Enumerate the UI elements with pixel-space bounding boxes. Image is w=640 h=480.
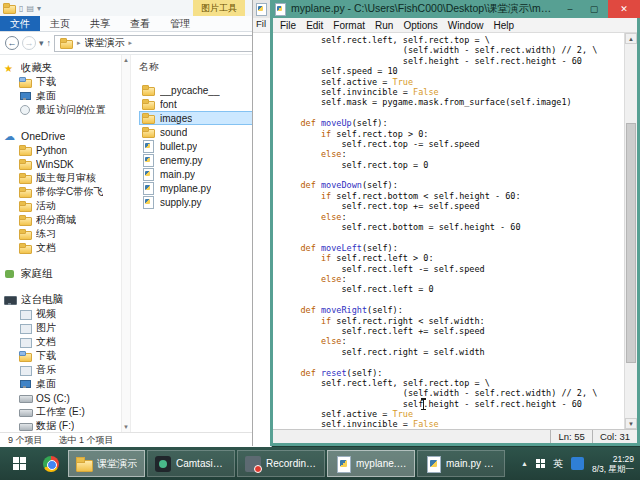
code-line[interactable]: self.invincible = False <box>280 87 622 97</box>
sidebar-item-drive[interactable]: 数据 (F:) <box>0 419 121 432</box>
file-row[interactable]: __pycache__ <box>139 83 261 97</box>
breadcrumb[interactable]: ▸ 课堂演示 ▸ <box>54 35 266 52</box>
taskbar-button-chrome[interactable] <box>38 450 66 477</box>
taskbar-button-camtasia[interactable]: Camtasia Stu... <box>147 450 235 477</box>
tab-share[interactable]: 共享 <box>80 16 120 31</box>
background-window-titlebar[interactable] <box>253 0 270 18</box>
code-line[interactable] <box>280 108 622 118</box>
tab-view[interactable]: 查看 <box>120 16 160 31</box>
sidebar-item-computer[interactable]: 这台电脑 <box>0 293 121 307</box>
code-line[interactable]: if self.rect.top > 0: <box>280 129 622 139</box>
quick-access-folder-icon[interactable]: ▤ <box>26 4 34 13</box>
back-icon[interactable]: ← <box>5 36 19 50</box>
sidebar-item-folder[interactable]: Python <box>0 143 121 157</box>
sidebar-item-cloud[interactable]: OneDrive <box>0 129 121 143</box>
sidebar-item-pictures[interactable]: 图片 <box>0 321 121 335</box>
code-line[interactable]: else: <box>280 149 622 159</box>
close-button[interactable]: ✕ <box>608 0 640 18</box>
file-row[interactable]: font <box>139 97 261 111</box>
sidebar-item-folder[interactable]: 积分商城 <box>0 213 121 227</box>
input-method-icon[interactable] <box>571 457 584 470</box>
scroll-up-icon[interactable]: ▲ <box>123 57 129 63</box>
sidebar-item-drive[interactable]: OS (C:) <box>0 391 121 405</box>
sidebar-item-desktop[interactable]: 桌面 <box>0 89 121 103</box>
sidebar-item-download[interactable]: 下载 <box>0 349 121 363</box>
code-line[interactable]: self.rect.left, self.rect.top = \ <box>280 378 622 388</box>
menu-window[interactable]: Window <box>443 20 489 31</box>
tab-home[interactable]: 主页 <box>40 16 80 31</box>
sidebar-item-folder[interactable]: 活动 <box>0 199 121 213</box>
code-line[interactable]: self.rect.left += self.speed <box>280 326 622 336</box>
sidebar-item-recent[interactable]: 最近访问的位置 <box>0 103 121 117</box>
file-row[interactable]: bullet.py <box>139 139 261 153</box>
forward-icon[interactable]: → <box>22 36 36 50</box>
code-line[interactable]: def moveUp(self): <box>280 118 622 128</box>
menu-options[interactable]: Options <box>398 20 442 31</box>
code-line[interactable]: self.speed = 10 <box>280 66 622 76</box>
taskbar-button-python[interactable]: main.py - C:\... <box>417 450 505 477</box>
menu-run[interactable]: Run <box>370 20 398 31</box>
sidebar-item-folder[interactable]: 版主每月审核 <box>0 171 121 185</box>
scroll-down-icon[interactable]: ▼ <box>123 424 129 430</box>
code-line[interactable]: self.active = True <box>280 409 622 419</box>
code-line[interactable]: (self.width - self.rect.width) // 2, \ <box>280 45 622 55</box>
sidebar-item-folder[interactable]: 带你学C带你飞 <box>0 185 121 199</box>
action-center-icon[interactable] <box>536 459 545 468</box>
sidebar-item-homegroup[interactable]: 家庭组 <box>0 267 121 281</box>
file-row[interactable]: main.py <box>139 167 261 181</box>
picture-tools-tab[interactable]: 图片工具 <box>193 0 245 16</box>
ime-indicator[interactable]: 英 <box>553 457 563 471</box>
file-row[interactable]: myplane.py <box>139 181 261 195</box>
menu-format[interactable]: Format <box>328 20 370 31</box>
code-line[interactable]: self.rect.top += self.speed <box>280 201 622 211</box>
quick-access-chevron-down-icon[interactable]: ▾ <box>37 4 41 13</box>
show-hidden-icons-icon[interactable]: ▲ <box>521 460 528 467</box>
editor-scrollbar[interactable]: ▲ ▼ <box>624 33 637 429</box>
idle-titlebar[interactable]: myplane.py - C:\Users\FishC000\Desktop\课… <box>270 0 640 18</box>
file-row[interactable]: sound <box>139 125 261 139</box>
breadcrumb-segment[interactable]: 课堂演示 <box>85 36 125 50</box>
sidebar-item-download[interactable]: 下载 <box>0 75 121 89</box>
file-row[interactable]: enemy.py <box>139 153 261 167</box>
background-window-menu[interactable]: Fil <box>253 18 270 33</box>
code-line[interactable]: else: <box>280 336 622 346</box>
menu-edit[interactable]: Edit <box>301 20 328 31</box>
code-line[interactable]: def reset(self): <box>280 368 622 378</box>
taskbar-button-folder[interactable]: 课堂演示 <box>68 450 145 477</box>
sidebar-item-documents[interactable]: 文档 <box>0 335 121 349</box>
start-button[interactable] <box>2 447 36 480</box>
code-line[interactable]: if self.rect.bottom < self.height - 60: <box>280 191 622 201</box>
code-line[interactable]: self.rect.top = 0 <box>280 160 622 170</box>
history-chevron-down-icon[interactable]: ▾ <box>39 38 44 48</box>
code-line[interactable] <box>280 170 622 180</box>
code-line[interactable]: self.active = True <box>280 77 622 87</box>
code-line[interactable]: def moveDown(self): <box>280 180 622 190</box>
sidebar-item-folder[interactable]: 练习 <box>0 227 121 241</box>
code-line[interactable]: else: <box>280 274 622 284</box>
code-line[interactable]: self.rect.bottom = self.height - 60 <box>280 222 622 232</box>
code-line[interactable]: self.rect.left -= self.speed <box>280 264 622 274</box>
scroll-up-icon[interactable]: ▲ <box>625 33 637 44</box>
code-line[interactable]: self.height - self.rect.height - 60 <box>280 399 622 409</box>
code-area[interactable]: self.rect.left, self.rect.top = \ (self.… <box>280 35 622 429</box>
sidebar-item-folder[interactable]: WinSDK <box>0 157 121 171</box>
background-idle-window[interactable]: Fil <box>252 0 270 446</box>
code-line[interactable]: (self.width - self.rect.width) // 2, \ <box>280 388 622 398</box>
scroll-down-icon[interactable]: ▼ <box>625 418 637 429</box>
sidebar-item-folder[interactable]: 文档 <box>0 241 121 255</box>
code-line[interactable]: else: <box>280 212 622 222</box>
code-line[interactable]: self.mask = pygame.mask.from_surface(sel… <box>280 97 622 107</box>
minimize-button[interactable]: – <box>560 0 580 18</box>
taskbar-button-python[interactable]: myplane.py -... <box>327 450 415 477</box>
code-line[interactable]: if self.rect.left > 0: <box>280 253 622 263</box>
sidebar-item-drive[interactable]: 工作室 (E:) <box>0 405 121 419</box>
clock[interactable]: 21:29 8/3, 星期一 <box>592 454 634 474</box>
menu-help[interactable]: Help <box>488 20 519 31</box>
sidebar-item-videos[interactable]: 视频 <box>0 307 121 321</box>
code-line[interactable] <box>280 295 622 305</box>
code-line[interactable]: self.rect.left, self.rect.top = \ <box>280 35 622 45</box>
file-row[interactable]: supply.py <box>139 195 261 209</box>
up-icon[interactable]: ↑ <box>47 38 52 48</box>
taskbar-button-recording[interactable]: Recording... <box>237 450 325 477</box>
menu-file[interactable]: File <box>275 20 301 31</box>
